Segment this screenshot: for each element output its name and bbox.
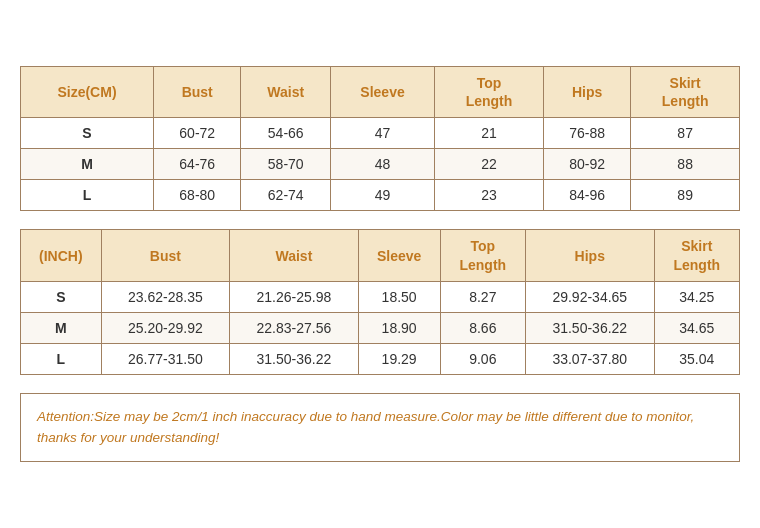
table-cell: 18.50 <box>358 281 440 312</box>
table-cell: 58-70 <box>241 149 330 180</box>
table-cell: 25.20-29.92 <box>101 312 230 343</box>
table-cell: 21 <box>435 118 544 149</box>
table-cell: 34.65 <box>654 312 739 343</box>
cm-header-size: Size(CM) <box>21 67 154 118</box>
table-cell: 23.62-28.35 <box>101 281 230 312</box>
table-cell: S <box>21 281 102 312</box>
table-cell: 22 <box>435 149 544 180</box>
inch-header-hips: Hips <box>526 230 655 281</box>
table-cell: 49 <box>330 180 434 211</box>
inch-header-size: (INCH) <box>21 230 102 281</box>
table-cell: 31.50-36.22 <box>230 343 359 374</box>
inch-header-bust: Bust <box>101 230 230 281</box>
table-cell: 54-66 <box>241 118 330 149</box>
table-cell: 31.50-36.22 <box>526 312 655 343</box>
table-cell: 21.26-25.98 <box>230 281 359 312</box>
cm-header-sleeve: Sleeve <box>330 67 434 118</box>
table-cell: 29.92-34.65 <box>526 281 655 312</box>
table-cell: 48 <box>330 149 434 180</box>
table-cell: 62-74 <box>241 180 330 211</box>
table-cell: 76-88 <box>543 118 630 149</box>
cm-header-hips: Hips <box>543 67 630 118</box>
table-cell: 9.06 <box>440 343 525 374</box>
inch-header-skirt-length: SkirtLength <box>654 230 739 281</box>
table-cell: L <box>21 343 102 374</box>
table-cell: 26.77-31.50 <box>101 343 230 374</box>
table-cell: 88 <box>631 149 740 180</box>
inch-header-top-length: TopLength <box>440 230 525 281</box>
table-cell: 68-80 <box>154 180 241 211</box>
table-cell: 84-96 <box>543 180 630 211</box>
table-cell: M <box>21 149 154 180</box>
table-row: S23.62-28.3521.26-25.9818.508.2729.92-34… <box>21 281 740 312</box>
table-cell: 8.27 <box>440 281 525 312</box>
cm-header-waist: Waist <box>241 67 330 118</box>
table-cell: 22.83-27.56 <box>230 312 359 343</box>
table-row: L68-8062-74492384-9689 <box>21 180 740 211</box>
table-row: L26.77-31.5031.50-36.2219.299.0633.07-37… <box>21 343 740 374</box>
cm-header-top-length: TopLength <box>435 67 544 118</box>
table-cell: 60-72 <box>154 118 241 149</box>
attention-text: Attention:Size may be 2cm/1 inch inaccur… <box>37 406 723 449</box>
table-cell: 89 <box>631 180 740 211</box>
table-cell: 35.04 <box>654 343 739 374</box>
table-cell: 64-76 <box>154 149 241 180</box>
table-cell: 23 <box>435 180 544 211</box>
table-cell: L <box>21 180 154 211</box>
table-cell: 87 <box>631 118 740 149</box>
cm-header-skirt-length: SkirtLength <box>631 67 740 118</box>
table-cell: 47 <box>330 118 434 149</box>
inch-header-waist: Waist <box>230 230 359 281</box>
cm-header-bust: Bust <box>154 67 241 118</box>
table-row: S60-7254-66472176-8887 <box>21 118 740 149</box>
table-row: M25.20-29.9222.83-27.5618.908.6631.50-36… <box>21 312 740 343</box>
table-row: M64-7658-70482280-9288 <box>21 149 740 180</box>
inch-size-table: (INCH) Bust Waist Sleeve TopLength Hips … <box>20 229 740 374</box>
table-cell: 18.90 <box>358 312 440 343</box>
table-cell: 80-92 <box>543 149 630 180</box>
table-cell: 19.29 <box>358 343 440 374</box>
table-cell: M <box>21 312 102 343</box>
table-cell: S <box>21 118 154 149</box>
attention-box: Attention:Size may be 2cm/1 inch inaccur… <box>20 393 740 462</box>
cm-size-table: Size(CM) Bust Waist Sleeve TopLength Hip… <box>20 66 740 211</box>
table-cell: 33.07-37.80 <box>526 343 655 374</box>
main-container: Size(CM) Bust Waist Sleeve TopLength Hip… <box>20 56 740 472</box>
table-cell: 8.66 <box>440 312 525 343</box>
table-cell: 34.25 <box>654 281 739 312</box>
inch-header-sleeve: Sleeve <box>358 230 440 281</box>
